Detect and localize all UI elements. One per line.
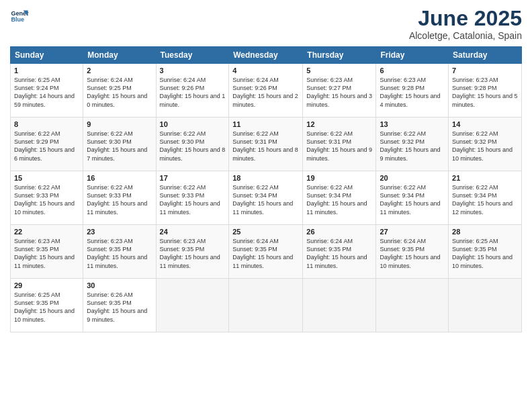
- day-number: 19: [306, 174, 372, 182]
- day-info: Sunrise: 6:22 AMSunset: 9:34 PMDaylight:…: [232, 183, 299, 216]
- table-row: 29Sunrise: 6:25 AMSunset: 9:35 PMDayligh…: [11, 279, 83, 332]
- table-row: 13Sunrise: 6:22 AMSunset: 9:32 PMDayligh…: [376, 118, 449, 171]
- table-row: 4Sunrise: 6:24 AMSunset: 9:26 PMDaylight…: [229, 64, 303, 118]
- col-saturday: Saturday: [449, 47, 522, 64]
- day-info: Sunrise: 6:24 AMSunset: 9:35 PMDaylight:…: [232, 237, 299, 270]
- day-number: 1: [14, 66, 79, 75]
- col-thursday: Thursday: [303, 47, 376, 64]
- day-number: 8: [14, 120, 79, 128]
- day-info: Sunrise: 6:22 AMSunset: 9:33 PMDaylight:…: [14, 183, 79, 216]
- svg-text:Blue: Blue: [11, 16, 24, 23]
- logo: General Blue: [10, 7, 29, 26]
- day-number: 12: [306, 120, 372, 128]
- table-row: 19Sunrise: 6:22 AMSunset: 9:34 PMDayligh…: [303, 171, 376, 225]
- day-number: 6: [380, 66, 445, 75]
- table-row: 23Sunrise: 6:23 AMSunset: 9:35 PMDayligh…: [83, 225, 156, 279]
- table-row: 8Sunrise: 6:22 AMSunset: 9:29 PMDaylight…: [11, 118, 83, 171]
- table-row: 9Sunrise: 6:22 AMSunset: 9:30 PMDaylight…: [83, 118, 156, 171]
- header: General Blue June 2025 Alcoletge, Catalo…: [10, 7, 522, 41]
- day-info: Sunrise: 6:22 AMSunset: 9:32 PMDaylight:…: [380, 130, 445, 163]
- table-row: 7Sunrise: 6:23 AMSunset: 9:28 PMDaylight…: [449, 64, 522, 118]
- day-info: Sunrise: 6:22 AMSunset: 9:33 PMDaylight:…: [87, 183, 152, 216]
- page: General Blue June 2025 Alcoletge, Catalo…: [0, 0, 532, 411]
- day-info: Sunrise: 6:24 AMSunset: 9:35 PMDaylight:…: [306, 237, 372, 270]
- calendar-week-row: 29Sunrise: 6:25 AMSunset: 9:35 PMDayligh…: [11, 279, 522, 332]
- calendar-header-row: Sunday Monday Tuesday Wednesday Thursday…: [11, 47, 522, 64]
- table-row: [156, 279, 229, 332]
- calendar-table: Sunday Monday Tuesday Wednesday Thursday…: [10, 46, 522, 332]
- day-number: 23: [87, 228, 152, 236]
- table-row: 14Sunrise: 6:22 AMSunset: 9:32 PMDayligh…: [449, 118, 522, 171]
- day-number: 2: [87, 66, 152, 75]
- day-info: Sunrise: 6:22 AMSunset: 9:34 PMDaylight:…: [380, 183, 445, 216]
- day-number: 28: [452, 228, 518, 236]
- table-row: [303, 279, 376, 332]
- day-info: Sunrise: 6:23 AMSunset: 9:35 PMDaylight:…: [87, 237, 152, 270]
- day-info: Sunrise: 6:24 AMSunset: 9:35 PMDaylight:…: [380, 237, 445, 270]
- table-row: 2Sunrise: 6:24 AMSunset: 9:25 PMDaylight…: [83, 64, 156, 118]
- day-number: 4: [232, 66, 299, 75]
- main-title: June 2025: [409, 7, 522, 30]
- table-row: 5Sunrise: 6:23 AMSunset: 9:27 PMDaylight…: [303, 64, 376, 118]
- day-info: Sunrise: 6:22 AMSunset: 9:32 PMDaylight:…: [452, 130, 518, 163]
- table-row: [229, 279, 303, 332]
- day-info: Sunrise: 6:23 AMSunset: 9:35 PMDaylight:…: [14, 237, 79, 270]
- table-row: 24Sunrise: 6:23 AMSunset: 9:35 PMDayligh…: [156, 225, 229, 279]
- day-info: Sunrise: 6:26 AMSunset: 9:35 PMDaylight:…: [87, 291, 152, 324]
- table-row: 21Sunrise: 6:22 AMSunset: 9:34 PMDayligh…: [449, 171, 522, 225]
- day-info: Sunrise: 6:22 AMSunset: 9:29 PMDaylight:…: [14, 130, 79, 163]
- table-row: 10Sunrise: 6:22 AMSunset: 9:30 PMDayligh…: [156, 118, 229, 171]
- col-monday: Monday: [83, 47, 156, 64]
- day-number: 7: [452, 66, 518, 75]
- day-number: 13: [380, 120, 445, 128]
- day-number: 18: [232, 174, 299, 182]
- day-info: Sunrise: 6:22 AMSunset: 9:33 PMDaylight:…: [160, 183, 226, 216]
- day-info: Sunrise: 6:23 AMSunset: 9:28 PMDaylight:…: [452, 76, 518, 109]
- table-row: [376, 279, 449, 332]
- day-info: Sunrise: 6:22 AMSunset: 9:30 PMDaylight:…: [87, 130, 152, 163]
- col-wednesday: Wednesday: [229, 47, 303, 64]
- logo-icon: General Blue: [10, 7, 29, 26]
- day-info: Sunrise: 6:24 AMSunset: 9:25 PMDaylight:…: [87, 76, 152, 109]
- table-row: 12Sunrise: 6:22 AMSunset: 9:31 PMDayligh…: [303, 118, 376, 171]
- day-number: 5: [306, 66, 372, 75]
- day-number: 10: [160, 120, 226, 128]
- day-number: 9: [87, 120, 152, 128]
- calendar-week-row: 8Sunrise: 6:22 AMSunset: 9:29 PMDaylight…: [11, 118, 522, 171]
- day-number: 22: [14, 228, 79, 236]
- day-info: Sunrise: 6:24 AMSunset: 9:26 PMDaylight:…: [232, 76, 299, 109]
- day-info: Sunrise: 6:22 AMSunset: 9:31 PMDaylight:…: [232, 130, 299, 163]
- table-row: 6Sunrise: 6:23 AMSunset: 9:28 PMDaylight…: [376, 64, 449, 118]
- table-row: 30Sunrise: 6:26 AMSunset: 9:35 PMDayligh…: [83, 279, 156, 332]
- table-row: 15Sunrise: 6:22 AMSunset: 9:33 PMDayligh…: [11, 171, 83, 225]
- calendar-week-row: 1Sunrise: 6:25 AMSunset: 9:24 PMDaylight…: [11, 64, 522, 118]
- day-number: 21: [452, 174, 518, 182]
- table-row: 17Sunrise: 6:22 AMSunset: 9:33 PMDayligh…: [156, 171, 229, 225]
- day-number: 26: [306, 228, 372, 236]
- day-info: Sunrise: 6:25 AMSunset: 9:35 PMDaylight:…: [14, 291, 79, 324]
- table-row: 25Sunrise: 6:24 AMSunset: 9:35 PMDayligh…: [229, 225, 303, 279]
- day-number: 25: [232, 228, 299, 236]
- table-row: 11Sunrise: 6:22 AMSunset: 9:31 PMDayligh…: [229, 118, 303, 171]
- day-info: Sunrise: 6:24 AMSunset: 9:26 PMDaylight:…: [160, 76, 226, 109]
- calendar-week-row: 15Sunrise: 6:22 AMSunset: 9:33 PMDayligh…: [11, 171, 522, 225]
- table-row: 27Sunrise: 6:24 AMSunset: 9:35 PMDayligh…: [376, 225, 449, 279]
- day-number: 3: [160, 66, 226, 75]
- table-row: 18Sunrise: 6:22 AMSunset: 9:34 PMDayligh…: [229, 171, 303, 225]
- day-info: Sunrise: 6:22 AMSunset: 9:31 PMDaylight:…: [306, 130, 372, 163]
- subtitle: Alcoletge, Catalonia, Spain: [409, 30, 522, 41]
- table-row: 20Sunrise: 6:22 AMSunset: 9:34 PMDayligh…: [376, 171, 449, 225]
- col-tuesday: Tuesday: [156, 47, 229, 64]
- calendar-week-row: 22Sunrise: 6:23 AMSunset: 9:35 PMDayligh…: [11, 225, 522, 279]
- day-info: Sunrise: 6:22 AMSunset: 9:34 PMDaylight:…: [452, 183, 518, 216]
- day-number: 14: [452, 120, 518, 128]
- table-row: 1Sunrise: 6:25 AMSunset: 9:24 PMDaylight…: [11, 64, 83, 118]
- day-number: 27: [380, 228, 445, 236]
- day-info: Sunrise: 6:23 AMSunset: 9:27 PMDaylight:…: [306, 76, 372, 109]
- day-info: Sunrise: 6:25 AMSunset: 9:24 PMDaylight:…: [14, 76, 79, 109]
- col-friday: Friday: [376, 47, 449, 64]
- table-row: 22Sunrise: 6:23 AMSunset: 9:35 PMDayligh…: [11, 225, 83, 279]
- day-info: Sunrise: 6:25 AMSunset: 9:35 PMDaylight:…: [452, 237, 518, 270]
- day-number: 20: [380, 174, 445, 182]
- table-row: 3Sunrise: 6:24 AMSunset: 9:26 PMDaylight…: [156, 64, 229, 118]
